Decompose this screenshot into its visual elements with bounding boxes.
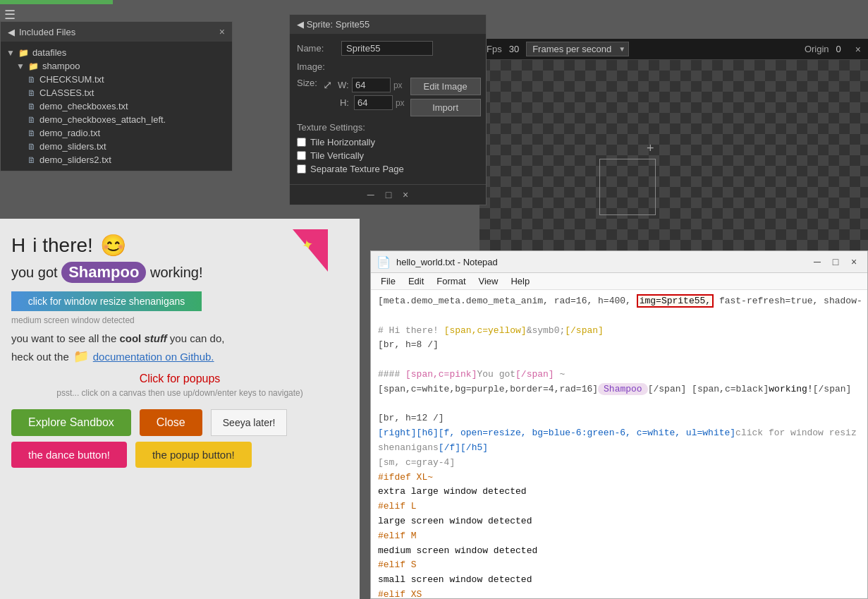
tree-item-demo-checkboxes[interactable]: 🗎 demo_checkboxes.txt <box>1 99 232 113</box>
notepad-content[interactable]: [meta.demo_meta.demo_meta_anim, rad=16, … <box>371 290 867 598</box>
tree-item-datafiles[interactable]: ▼ 📁 datafiles <box>1 46 232 59</box>
sprite-maximize-button[interactable]: □ <box>386 189 391 200</box>
notepad-menu-format[interactable]: Format <box>431 274 471 288</box>
sprite-panel: ◀ Sprite: Sprite55 Name: Image: Size: ⤢ … <box>289 14 487 205</box>
height-unit: px <box>396 98 405 108</box>
code-line-3: [br, h=8 /] <box>378 339 439 350</box>
tile-v-row: Tile Vertically <box>297 150 479 161</box>
popup-button[interactable]: the popup button! <box>135 442 252 468</box>
explore-sandbox-button[interactable]: Explore Sandbox <box>11 409 131 436</box>
sprite-panel-title: Sprite: Sprite55 <box>307 19 370 30</box>
included-files-arrow-icon: ◀ <box>8 27 15 37</box>
fps-select[interactable]: Frames per second Game frames <box>526 42 629 56</box>
code-line-9: [sm, c=gray-4] <box>378 457 455 468</box>
desc-italic: stuff <box>144 332 166 344</box>
texture-settings: Texture Settings: Tile Horizontally Tile… <box>297 122 479 174</box>
code-highlight-sprite: img=Sprite55, <box>637 294 714 308</box>
code-line-15: medium screen window detected <box>378 545 537 556</box>
fps-label: Fps <box>487 44 502 54</box>
window-resize-button[interactable]: click for window resize shenanigans <box>11 291 202 311</box>
notepad-title: hello_world.txt - Notepad <box>396 257 498 267</box>
sprite-panel-body: Name: Image: Size: ⤢ W: px H: <box>290 34 486 184</box>
notepad-title-left: 📄 hello_world.txt - Notepad <box>377 255 498 269</box>
subtitle-post: working! <box>146 265 202 280</box>
notepad-menu-help[interactable]: Help <box>505 274 535 288</box>
demo-desc: you want to see all the cool stuff you c… <box>0 325 360 347</box>
tree-label-demo-checkboxes-attach: demo_checkboxes_attach_left. <box>39 114 166 125</box>
code-line-12: #elif L <box>378 501 417 512</box>
sprite-name-label: Name: <box>297 43 336 54</box>
popups-link[interactable]: Click for popups <box>0 370 360 388</box>
import-button[interactable]: Import <box>410 99 481 116</box>
height-letter: H: <box>340 97 351 108</box>
code-line-2: # Hi there! [span,c=yellow]&symb0;[/span… <box>378 325 604 336</box>
tree-label-demo-radio: demo_radio.txt <box>39 128 100 138</box>
sprite-panel-titlebar: ◀ Sprite: Sprite55 <box>290 15 486 34</box>
tree-label-demo-sliders2: demo_sliders2.txt <box>39 155 111 165</box>
tile-h-label: Tile Horizontally <box>310 137 375 147</box>
sprite-minimize-button[interactable]: ─ <box>367 189 374 200</box>
notepad-minimize-button[interactable]: ─ <box>809 254 825 270</box>
hamburger-menu[interactable]: ☰ <box>4 7 16 23</box>
texture-settings-label: Texture Settings: <box>297 122 479 133</box>
code-line-5: [span,c=white,bg=purple,border=4,rad=16]… <box>378 383 851 395</box>
code-line-8: shenanigans[/f][/h5] <box>378 442 488 453</box>
tree-item-demo-sliders2[interactable]: 🗎 demo_sliders2.txt <box>1 153 232 167</box>
included-files-title: Included Files <box>19 27 75 37</box>
tree-label-checksum: CHECKSUM.txt <box>39 74 104 85</box>
greeting-h-prefix: H <box>11 234 25 257</box>
desc-post: you can do, <box>167 332 225 344</box>
fps-origin-label: Origin <box>805 44 829 54</box>
folder-icon: 📁 <box>18 48 29 58</box>
fps-value: 30 <box>509 44 519 54</box>
sprite-close-button[interactable]: × <box>403 189 408 200</box>
folder-icon: 📁 <box>28 61 39 71</box>
notepad-menu-file[interactable]: File <box>375 274 401 288</box>
notepad-menu-edit[interactable]: Edit <box>403 274 429 288</box>
tree-item-demo-radio[interactable]: 🗎 demo_radio.txt <box>1 126 232 140</box>
close-button[interactable]: Close <box>140 409 202 436</box>
docs-link[interactable]: documentation on Github. <box>93 351 214 363</box>
sprite-name-row: Name: <box>297 41 479 56</box>
tree-item-checksum[interactable]: 🗎 CHECKSUM.txt <box>1 73 232 86</box>
tree-item-demo-checkboxes-attach[interactable]: 🗎 demo_checkboxes_attach_left. <box>1 113 232 126</box>
sprite-size-row: Size: ⤢ W: px H: px Edit Image Im <box>297 78 479 116</box>
tile-v-label: Tile Vertically <box>310 150 364 161</box>
sprite-name-input[interactable] <box>341 41 433 56</box>
dance-button[interactable]: the dance button! <box>11 442 127 468</box>
code-line-1b: fast-refresh=true, shadow- <box>714 296 862 306</box>
tile-v-checkbox[interactable] <box>297 151 306 160</box>
file-icon: 🗎 <box>27 102 36 111</box>
tree-item-classes[interactable]: 🗎 CLASSES.txt <box>1 86 232 99</box>
demo-buttons-row: Explore Sandbox Close Seeya later! <box>0 398 360 442</box>
shampoo-badge: Shampoo <box>61 262 146 283</box>
tree-item-demo-sliders[interactable]: 🗎 demo_sliders.txt <box>1 140 232 153</box>
notepad-maximize-button[interactable]: □ <box>828 254 843 270</box>
fps-close-button[interactable]: × <box>855 44 861 55</box>
notepad-menu-view[interactable]: View <box>473 274 504 288</box>
sprite-window-controls: ─ □ × <box>290 184 486 205</box>
sprite-width-input[interactable] <box>352 78 391 92</box>
tile-h-checkbox[interactable] <box>297 138 306 147</box>
docs-pre: heck out the <box>11 351 69 363</box>
included-files-tree: ▼ 📁 datafiles ▼ 📁 shampoo 🗎 CHECKSUM.txt… <box>1 42 232 171</box>
included-files-titlebar: ◀ Included Files × <box>1 22 232 42</box>
code-line-17: small screen window detected <box>378 574 532 585</box>
code-line-7: [right][h6][f, open=resize, bg=blue-6:gr… <box>378 428 857 438</box>
demo-docs-row: heck out the 📁 documentation on Github. <box>0 347 360 370</box>
notepad-close-button[interactable]: × <box>846 254 862 270</box>
separate-page-checkbox[interactable] <box>297 164 306 174</box>
edit-image-button[interactable]: Edit Image <box>410 78 481 95</box>
included-files-close-button[interactable]: × <box>219 26 225 37</box>
separate-page-row: Separate Texture Page <box>297 164 479 174</box>
code-line-1: [meta.demo_meta.demo_meta_anim, rad=16, … <box>378 296 637 306</box>
separate-page-label: Separate Texture Page <box>310 164 404 174</box>
seeya-button[interactable]: Seeya later! <box>211 409 288 436</box>
tree-label-datafiles: datafiles <box>32 47 66 58</box>
code-line-16: #elif S <box>378 559 417 570</box>
sprite-height-input[interactable] <box>354 95 393 110</box>
expand-icon: ▼ <box>16 61 25 71</box>
tree-label-demo-sliders: demo_sliders.txt <box>39 141 106 152</box>
tree-item-shampoo[interactable]: ▼ 📁 shampoo <box>1 59 232 73</box>
width-letter: W: <box>338 80 349 90</box>
